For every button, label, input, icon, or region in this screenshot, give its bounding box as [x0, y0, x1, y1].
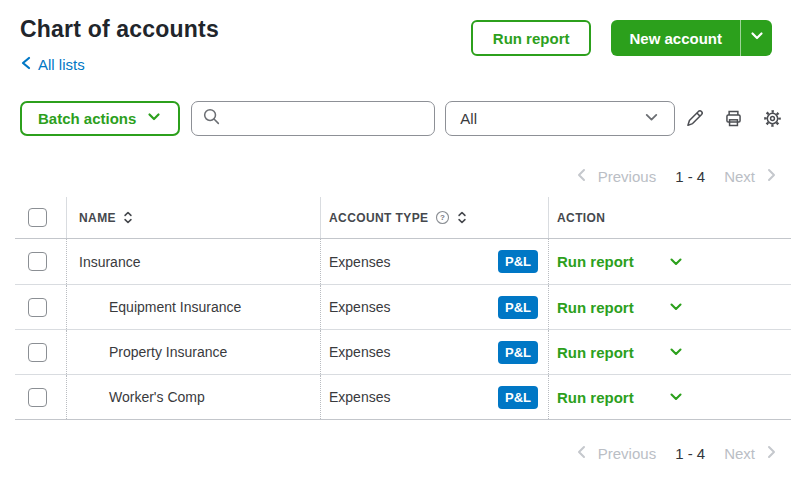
- account-type: Expenses: [329, 254, 390, 270]
- svg-text:?: ?: [440, 213, 445, 222]
- search-icon: [202, 107, 221, 130]
- pagination-bottom: Previous 1 - 4 Next: [0, 444, 806, 463]
- header-buttons: Run report New account: [471, 20, 772, 56]
- account-name: Worker's Comp: [79, 389, 205, 405]
- batch-actions-button[interactable]: Batch actions: [20, 101, 180, 136]
- page-range: 1 - 4: [675, 445, 705, 462]
- account-type: Expenses: [329, 344, 390, 360]
- header-checkbox-cell: [15, 197, 66, 238]
- account-name: Property Insurance: [79, 344, 227, 360]
- chevron-down-icon[interactable]: [668, 254, 684, 270]
- table-row: Equipment Insurance Expenses P&L Run rep…: [15, 284, 791, 329]
- name-column-header: NAME: [79, 211, 116, 225]
- row-checkbox[interactable]: [28, 298, 47, 317]
- pagination-top: Previous 1 - 4 Next: [0, 167, 806, 186]
- new-account-dropdown-button[interactable]: [741, 20, 772, 56]
- toolbar-icons: [684, 108, 783, 129]
- header-action-cell: ACTION: [548, 197, 791, 238]
- account-filter-select[interactable]: All: [445, 101, 675, 136]
- chevron-right-icon: [764, 444, 779, 463]
- pl-badge: P&L: [498, 341, 538, 364]
- chevron-down-icon[interactable]: [668, 344, 684, 360]
- account-type: Expenses: [329, 389, 390, 405]
- table-row: Insurance Expenses P&L Run report: [15, 239, 791, 284]
- table-header-row: NAME ACCOUNT TYPE ? ACT: [15, 197, 791, 239]
- run-report-button[interactable]: Run report: [471, 20, 592, 56]
- account-type-column-header: ACCOUNT TYPE: [329, 211, 428, 225]
- search-box: [191, 101, 435, 136]
- previous-button[interactable]: Previous: [598, 168, 656, 185]
- account-name: Equipment Insurance: [79, 299, 241, 315]
- toolbar: Batch actions All: [20, 101, 783, 136]
- pl-badge: P&L: [498, 296, 538, 319]
- chevron-down-icon: [643, 109, 660, 129]
- page-range: 1 - 4: [675, 168, 705, 185]
- select-all-checkbox[interactable]: [28, 208, 47, 227]
- account-name: Insurance: [79, 254, 140, 270]
- action-column-header: ACTION: [557, 211, 605, 225]
- header-account-type-cell[interactable]: ACCOUNT TYPE ?: [320, 197, 548, 238]
- chevron-down-icon[interactable]: [668, 299, 684, 315]
- table-row: Worker's Comp Expenses P&L Run report: [15, 374, 791, 419]
- row-checkbox[interactable]: [28, 388, 47, 407]
- accounts-table: NAME ACCOUNT TYPE ? ACT: [15, 197, 791, 420]
- row-checkbox[interactable]: [28, 252, 47, 271]
- row-action-label: Run report: [557, 344, 634, 361]
- page-title: Chart of accounts: [20, 16, 219, 43]
- next-button[interactable]: Next: [724, 445, 755, 462]
- new-account-button[interactable]: New account: [611, 20, 741, 56]
- chevron-down-icon: [146, 109, 162, 128]
- pl-badge: P&L: [498, 386, 538, 409]
- previous-button[interactable]: Previous: [598, 445, 656, 462]
- row-action-label: Run report: [557, 253, 634, 270]
- chart-of-accounts-page: Chart of accounts All lists Run report N…: [0, 0, 806, 500]
- row-run-report-link[interactable]: Run report: [557, 253, 684, 270]
- page-header: Chart of accounts All lists Run report N…: [0, 0, 806, 74]
- chevron-right-icon: [764, 167, 779, 186]
- gear-icon[interactable]: [762, 108, 783, 129]
- filter-selected-value: All: [460, 110, 477, 127]
- account-type: Expenses: [329, 299, 390, 315]
- row-action-label: Run report: [557, 389, 634, 406]
- printer-icon[interactable]: [723, 108, 744, 129]
- all-lists-label: All lists: [38, 56, 85, 73]
- sort-icon[interactable]: [457, 210, 467, 225]
- row-run-report-link[interactable]: Run report: [557, 344, 684, 361]
- row-checkbox[interactable]: [28, 343, 47, 362]
- row-run-report-link[interactable]: Run report: [557, 299, 684, 316]
- chevron-left-icon: [574, 444, 589, 463]
- chevron-left-icon: [20, 56, 32, 73]
- next-button[interactable]: Next: [724, 168, 755, 185]
- batch-actions-label: Batch actions: [38, 110, 136, 127]
- chevron-down-icon[interactable]: [668, 389, 684, 405]
- search-input[interactable]: [229, 110, 428, 127]
- all-lists-link[interactable]: All lists: [20, 56, 85, 73]
- chevron-down-icon: [749, 28, 765, 48]
- header-name-cell[interactable]: NAME: [66, 197, 320, 238]
- row-action-label: Run report: [557, 299, 634, 316]
- pencil-icon[interactable]: [684, 108, 705, 129]
- pl-badge: P&L: [498, 250, 538, 273]
- new-account-split-button: New account: [611, 20, 772, 56]
- table-row: Property Insurance Expenses P&L Run repo…: [15, 329, 791, 374]
- row-run-report-link[interactable]: Run report: [557, 389, 684, 406]
- chevron-left-icon: [574, 167, 589, 186]
- help-icon[interactable]: ?: [435, 210, 450, 225]
- sort-icon[interactable]: [123, 210, 133, 225]
- title-block: Chart of accounts All lists: [20, 16, 219, 74]
